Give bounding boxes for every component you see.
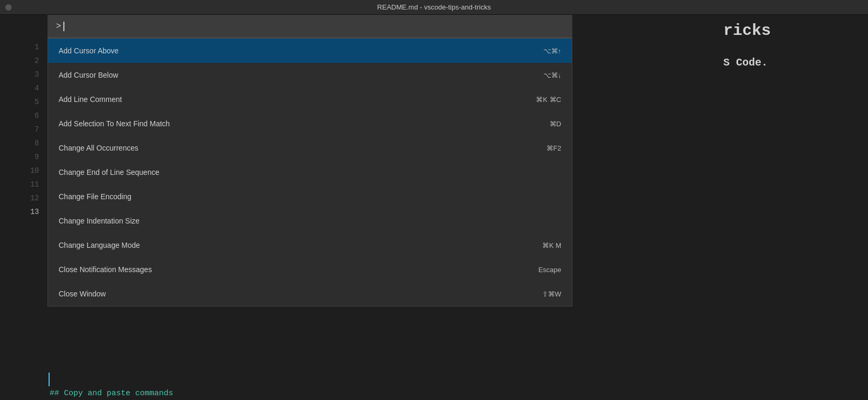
command-shortcut-11: ⇧⌘W (542, 290, 561, 298)
command-shortcut-3: ⌘K ⌘C (536, 96, 561, 104)
command-item-5[interactable]: Change All Occurrences ⌘F2 (48, 136, 572, 160)
editor-area: 1 2 3 4 5 6 7 8 9 10 11 12 13 > Add Curs… (0, 15, 868, 400)
right-line-3: S Code. (720, 56, 868, 70)
line-number-9: 9 (0, 150, 48, 164)
command-label-4: Add Selection To Next Find Match (59, 119, 550, 128)
command-label-2: Add Cursor Below (59, 71, 543, 79)
line-numbers-gutter: 1 2 3 4 5 6 7 8 9 10 11 12 13 (0, 15, 48, 400)
right-tricks-text: ricks (723, 22, 771, 40)
command-label-9: Change Language Mode (59, 241, 542, 249)
command-label-1: Add Cursor Above (59, 46, 543, 55)
command-item-2[interactable]: Add Cursor Below ⌥⌘↓ (48, 63, 572, 87)
command-shortcut-9: ⌘K M (542, 241, 561, 249)
command-item-3[interactable]: Add Line Comment ⌘K ⌘C (48, 87, 572, 111)
command-shortcut-5: ⌘F2 (546, 144, 561, 152)
line-number-6: 6 (0, 109, 48, 123)
command-palette[interactable]: > Add Cursor Above ⌥⌘↑ Add Cursor Below … (48, 15, 572, 306)
command-item-11[interactable]: Close Window ⇧⌘W (48, 282, 572, 306)
command-item-4[interactable]: Add Selection To Next Find Match ⌘D (48, 111, 572, 136)
right-line-2 (720, 42, 868, 56)
command-prefix: > (56, 22, 61, 31)
command-shortcut-10: Escape (539, 266, 561, 274)
command-label-11: Close Window (59, 290, 542, 298)
command-item-9[interactable]: Change Language Mode ⌘K M (48, 233, 572, 257)
line-number-4: 4 (0, 81, 48, 95)
line-13-text: ## Copy and paste commands (50, 389, 173, 398)
line-number-2: 2 (0, 54, 48, 68)
line-number-12: 12 (0, 191, 48, 205)
window-title: README.md - vscode-tips-and-tricks (377, 3, 490, 11)
line-number-8: 8 (0, 136, 48, 150)
line-number-7: 7 (0, 123, 48, 136)
right-code-text: S Code. (723, 57, 768, 69)
command-label-3: Add Line Comment (59, 95, 536, 104)
command-palette-input-container[interactable]: > (48, 15, 572, 38)
command-item-1[interactable]: Add Cursor Above ⌥⌘↑ (48, 39, 572, 63)
command-shortcut-4: ⌘D (550, 120, 561, 128)
command-shortcut-2: ⌥⌘↓ (543, 71, 562, 79)
cursor (63, 22, 64, 31)
editor-bottom: ## Copy and paste commands (48, 373, 720, 400)
line-number-3: 3 (0, 68, 48, 81)
command-shortcut-1: ⌥⌘↑ (543, 47, 562, 55)
line-number-5: 5 (0, 95, 48, 109)
command-item-7[interactable]: Change File Encoding (48, 184, 572, 209)
command-item-8[interactable]: Change Indentation Size (48, 209, 572, 233)
line-number-1: 1 (0, 40, 48, 54)
command-label-6: Change End of Line Sequence (59, 168, 561, 176)
command-label-5: Change All Occurrences (59, 144, 546, 152)
command-item-6[interactable]: Change End of Line Sequence (48, 160, 572, 184)
command-label-10: Close Notification Messages (59, 265, 539, 274)
command-list: Add Cursor Above ⌥⌘↑ Add Cursor Below ⌥⌘… (48, 38, 572, 306)
line-number-10: 10 (0, 164, 48, 178)
line-13-content: ## Copy and paste commands (48, 386, 720, 400)
line-number-13: 13 (0, 205, 48, 219)
line-12-cursor (49, 373, 720, 386)
command-item-10[interactable]: Close Notification Messages Escape (48, 257, 572, 282)
right-editor-partial: ricks S Code. (720, 15, 868, 400)
line-number-11: 11 (0, 178, 48, 191)
command-label-8: Change Indentation Size (59, 217, 561, 225)
title-dot (5, 4, 12, 11)
title-bar: README.md - vscode-tips-and-tricks (0, 0, 868, 15)
command-label-7: Change File Encoding (59, 192, 561, 201)
right-line-1: ricks (720, 19, 868, 42)
